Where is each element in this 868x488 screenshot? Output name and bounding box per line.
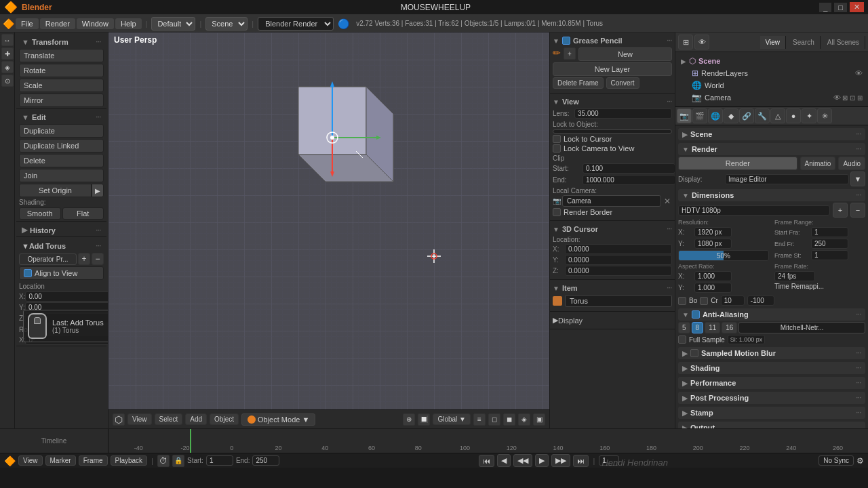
add-torus-header[interactable]: ▼ Add Torus ··· (19, 239, 104, 251)
lock-camera-checkbox[interactable] (553, 144, 561, 152)
menu-file[interactable]: File (16, 18, 39, 29)
aa-16[interactable]: 16 (722, 322, 737, 333)
global-selector[interactable]: Global ▼ (433, 413, 471, 425)
align-to-view-button[interactable]: Align to View (19, 266, 104, 280)
close-button[interactable]: ✕ (850, 2, 864, 12)
audio-button[interactable]: Audio (838, 157, 865, 170)
full-sample-checkbox[interactable] (678, 336, 686, 344)
layout-selector[interactable]: Default (151, 17, 195, 30)
flat-button[interactable]: Flat (62, 207, 104, 220)
view-menu-button[interactable]: View (127, 413, 152, 425)
tree-scene[interactable]: ▶ ⬡ Scene (678, 55, 865, 67)
cam-eye-icon[interactable]: 👁 (833, 94, 841, 102)
timeline-bar[interactable]: -40 -20 0 20 40 60 80 100 120 140 160 18… (108, 429, 868, 453)
history-header[interactable]: ▶ History ··· (19, 224, 104, 236)
pb-play[interactable]: ▶ (535, 454, 549, 467)
cursor-header[interactable]: ▼ 3D Cursor ··· (553, 224, 672, 235)
minimize-button[interactable]: _ (819, 3, 831, 12)
vb-render-icon[interactable]: ◻ (488, 413, 500, 426)
display-header[interactable]: ▶ Display (553, 314, 672, 326)
operator-pr-button[interactable]: Operator Pr... (19, 253, 77, 265)
aa-checkbox[interactable] (692, 310, 700, 319)
menu-render[interactable]: Render (40, 18, 75, 29)
fps-input[interactable] (774, 271, 815, 281)
gp-plus-icon[interactable]: + (564, 47, 576, 60)
pb-next-frame[interactable]: ▶▶ (551, 454, 570, 467)
prop-tab-render[interactable]: 📷 (677, 108, 692, 123)
res-x-input[interactable] (694, 227, 732, 237)
dimensions-header[interactable]: ▼ Dimensions ··· (678, 189, 865, 201)
prop-tab-texture[interactable]: ✦ (802, 108, 816, 123)
frame-st-input[interactable] (811, 250, 848, 260)
hdtv-input[interactable] (678, 205, 830, 216)
duplicate-linked-button[interactable]: Duplicate Linked (19, 139, 104, 152)
bb-playback-btn[interactable]: Playback (111, 455, 148, 466)
bb-marker-btn[interactable]: Marker (45, 455, 76, 466)
render-engine-selector[interactable]: Blender Render (258, 17, 334, 30)
gp-new-layer-button[interactable]: New Layer (553, 62, 672, 76)
frp-view-icon[interactable]: 👁 (694, 35, 709, 49)
display-icon-btn[interactable]: ▼ (850, 171, 865, 186)
render-section-header[interactable]: ▼ Render ··· (678, 143, 865, 155)
set-origin-arrow-button[interactable]: ▶ (92, 184, 104, 197)
item-name-input[interactable] (565, 295, 672, 307)
menu-help[interactable]: Help (115, 18, 142, 29)
aa-5[interactable]: 5 (678, 322, 690, 333)
pp-header[interactable]: ▶ Post Processing ··· (678, 392, 865, 404)
bo-checkbox[interactable] (678, 297, 686, 305)
sync-button[interactable]: No Sync (818, 455, 854, 466)
delete-button[interactable]: Delete (19, 154, 104, 167)
end-fr-input[interactable] (811, 239, 848, 249)
pb-skip-end[interactable]: ⏭ (573, 455, 589, 467)
v-transform-tool[interactable]: ↔ (1, 34, 14, 46)
tab-all-scenes[interactable]: All Scenes (822, 36, 865, 49)
item-header[interactable]: ▼ Item ··· (553, 283, 672, 293)
animation-button[interactable]: Animatio (800, 157, 836, 170)
clip-start-input[interactable] (583, 163, 675, 174)
prop-tab-data[interactable]: △ (770, 108, 785, 123)
prop-tab-constraint[interactable]: 🔗 (739, 108, 754, 123)
object-menu-button[interactable]: Object (210, 413, 239, 425)
smb-header[interactable]: ▶ Sampled Motion Blur ··· (678, 347, 865, 359)
translate-button[interactable]: Translate (19, 49, 104, 62)
lens-input[interactable] (574, 108, 672, 119)
prop-tab-material[interactable]: ● (786, 108, 801, 123)
stamp-header[interactable]: ▶ Stamp ··· (678, 407, 865, 419)
gp-convert-button[interactable]: Convert (606, 77, 639, 89)
render-button[interactable]: Render (678, 157, 797, 170)
vb-shade2-icon[interactable]: ◈ (518, 413, 530, 426)
mode-selector[interactable]: Object Mode ▼ (241, 413, 315, 426)
pb-prev-frame[interactable]: ◀ (497, 454, 511, 467)
bb-frame-btn[interactable]: Frame (79, 455, 108, 466)
render-border-checkbox[interactable] (553, 208, 561, 216)
cur-y-input[interactable] (565, 255, 672, 265)
set-origin-button[interactable]: Set Origin (19, 184, 92, 197)
aa-8[interactable]: 8 (692, 322, 704, 333)
transform-header[interactable]: ▼ Transform ··· (19, 37, 104, 47)
aa-header[interactable]: ▼ Anti-Aliasing ··· (678, 308, 865, 321)
edit-header[interactable]: ▼ Edit ··· (19, 112, 104, 123)
vb-snap-icon[interactable]: 🔲 (418, 413, 430, 426)
maximize-button[interactable]: □ (834, 3, 847, 12)
menu-window[interactable]: Window (77, 18, 114, 29)
tab-search[interactable]: Search (787, 36, 821, 49)
camera-clear-button[interactable]: ✕ (663, 197, 672, 206)
minus-button[interactable]: − (92, 253, 104, 265)
prop-tab-particles[interactable]: ✳ (817, 108, 832, 123)
tree-camera[interactable]: 📷 Camera 👁 ⊠ ⊡ ⊞ (678, 92, 865, 104)
smb-checkbox[interactable] (690, 349, 698, 357)
lock-obj-field[interactable] (553, 129, 672, 134)
cr-val-input[interactable] (747, 296, 774, 306)
bb-start-input[interactable] (206, 455, 233, 466)
pb-reverse[interactable]: ◀◀ (513, 454, 532, 467)
add-menu-button[interactable]: Add (185, 413, 207, 425)
frp-layout-icon[interactable]: ⊞ (678, 35, 693, 49)
duplicate-button[interactable]: Duplicate (19, 124, 104, 138)
image-editor-input[interactable] (725, 174, 849, 184)
bb-lock-icon[interactable]: 🔒 (172, 455, 184, 467)
vb-layer-icon[interactable]: ≡ (473, 413, 486, 426)
cur-x-input[interactable] (565, 244, 672, 254)
v-create-tool[interactable]: ✚ (1, 47, 14, 60)
select-menu-button[interactable]: Select (155, 413, 183, 425)
hdtv-minus-icon[interactable]: − (850, 203, 865, 218)
